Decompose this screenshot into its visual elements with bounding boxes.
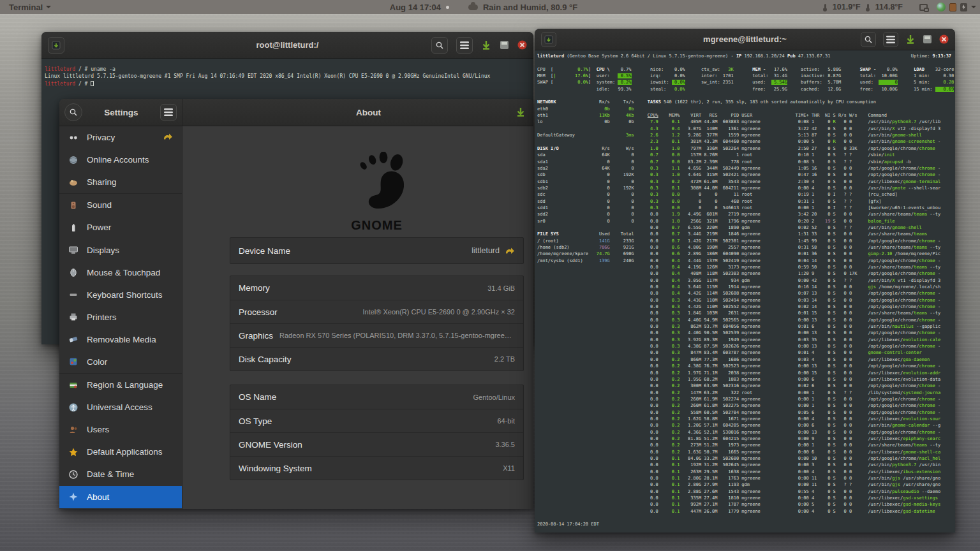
sidebar-item-label: Region & Language: [87, 380, 182, 390]
default-apps-icon: [68, 447, 78, 457]
terminal-window-glances: mgreene@littleturd:~ littleturd (Gentoo …: [535, 29, 955, 533]
clock[interactable]: Aug 14 17:04: [390, 3, 441, 12]
sidebar-item-mouse-touchpad[interactable]: Mouse & Touchpad: [59, 261, 182, 284]
weather-icon: [468, 4, 478, 10]
device-name-row[interactable]: Device Namelittleturd: [230, 238, 523, 263]
terminal1-window-icon[interactable]: [500, 40, 509, 50]
about-row: GNOME Version3.36.5: [230, 432, 523, 456]
sidebar-item-users[interactable]: Users: [59, 418, 182, 441]
sidebar-item-date-time[interactable]: Date & Time: [59, 463, 182, 485]
weather-text: Rain and Humid, 80.9 °F: [483, 3, 577, 12]
settings-headerbar[interactable]: Settings About: [59, 99, 533, 126]
redirect-arrow-icon: [163, 131, 173, 143]
settings-sidebar: PrivacyOnline AccountsSharingSoundPowerD…: [59, 126, 182, 509]
terminal2-window-icon[interactable]: [923, 34, 932, 44]
terminal2-content[interactable]: littleturd (Gentoo Base System 2.6 64bit…: [535, 50, 955, 533]
sidebar-item-label: Sharing: [87, 177, 182, 187]
users-icon: [68, 425, 78, 435]
top-bar: Terminal Aug 14 17:04 Rain and Humid, 80…: [0, 0, 980, 14]
terminal2-search-button[interactable]: [861, 32, 876, 47]
temp-2: 114.8°F: [875, 3, 903, 11]
about-row: ProcessorIntel® Xeon(R) CPU E5-2690 0 @ …: [230, 300, 523, 323]
settings-title: Settings: [82, 108, 160, 117]
sharing-icon: [68, 177, 78, 187]
sidebar-item-label: Users: [87, 425, 182, 434]
os-info-group: OS NameGentoo/LinuxOS Type64-bitGNOME Ve…: [230, 385, 524, 480]
thermometer-icon-2: [867, 4, 869, 11]
about-row: Windowing SystemX11: [230, 456, 523, 480]
terminal2-download-icon[interactable]: [905, 34, 916, 45]
sidebar-item-label: Power: [87, 223, 182, 232]
ups-icon[interactable]: [949, 3, 956, 11]
sidebar-item-online-accounts[interactable]: Online Accounts: [59, 149, 182, 171]
sidebar-item-universal-access[interactable]: Universal Access: [59, 396, 182, 418]
terminal1-menu-button[interactable]: [456, 37, 473, 54]
sidebar-item-label: Universal Access: [87, 402, 182, 412]
hardware-info-group: Memory31.4 GiBProcessorIntel® Xeon(R) CP…: [230, 276, 524, 371]
privacy-icon: [68, 133, 78, 143]
displays-icon: [68, 245, 78, 255]
device-name-group: Device Namelittleturd: [230, 237, 524, 264]
sidebar-item-removable-media[interactable]: Removable Media: [59, 328, 182, 351]
notification-dot: [446, 6, 449, 9]
about-row: OS NameGentoo/Linux: [230, 385, 523, 409]
terminal2-close-button[interactable]: [939, 34, 949, 44]
sidebar-item-label: Online Accounts: [87, 155, 182, 165]
gnome-logo: GNOME: [230, 152, 524, 233]
sidebar-item-privacy[interactable]: Privacy: [59, 126, 182, 149]
terminal2-titlebar[interactable]: mgreene@littleturd:~: [535, 29, 955, 50]
settings-page-title: About: [183, 108, 516, 117]
system-menu-caret[interactable]: [971, 6, 976, 8]
settings-window: Settings About PrivacyOnline AccountsSha…: [59, 99, 533, 509]
region-icon: [68, 380, 78, 390]
settings-about-panel: GNOME Device Namelittleturd Memory31.4 G…: [183, 126, 533, 509]
sidebar-item-label: Default Applications: [87, 447, 182, 457]
sidebar-item-power[interactable]: Power: [59, 216, 182, 239]
settings-search-button[interactable]: [64, 103, 82, 121]
sidebar-item-label: Displays: [87, 246, 182, 255]
terminal1-close-button[interactable]: [517, 40, 527, 50]
sidebar-item-sound[interactable]: Sound: [59, 194, 182, 216]
about-icon: [68, 492, 78, 502]
about-row: OS Type64-bit: [230, 409, 523, 432]
terminal1-download-icon[interactable]: [481, 40, 491, 50]
sidebar-item-label: Keyboard Shortcuts: [87, 290, 182, 300]
about-row: GraphicsRadeon RX 570 Series (POLARIS10,…: [230, 323, 523, 347]
sidebar-item-label: Color: [87, 357, 182, 367]
removable-media-icon: [68, 334, 78, 344]
temp-1: 101.9°F: [833, 3, 861, 11]
terminal1-search-button[interactable]: [431, 37, 448, 54]
sidebar-item-label: Removable Media: [87, 335, 182, 344]
sidebar-item-displays[interactable]: Displays: [59, 239, 182, 261]
network-globe-icon[interactable]: [937, 3, 946, 11]
keyboard-icon: [68, 290, 78, 300]
gnome-logo-text: GNOME: [230, 218, 524, 233]
printers-icon: [68, 312, 78, 322]
battery-icon[interactable]: [960, 3, 967, 11]
sidebar-item-label: Sound: [87, 200, 182, 210]
sidebar-item-default-applications[interactable]: Default Applications: [59, 441, 182, 463]
sidebar-item-label: About: [87, 492, 182, 502]
power-icon: [68, 223, 78, 233]
sidebar-item-printers[interactable]: Printers: [59, 306, 182, 328]
workspace-icon[interactable]: [919, 4, 928, 11]
sidebar-item-keyboard-shortcuts[interactable]: Keyboard Shortcuts: [59, 284, 182, 306]
sidebar-item-region-language[interactable]: Region & Language: [59, 374, 182, 396]
sidebar-item-sharing[interactable]: Sharing: [59, 171, 182, 193]
about-row: Disk Capacity2.2 TB: [230, 347, 523, 371]
sidebar-item-color[interactable]: Color: [59, 351, 182, 373]
thermometer-icon: [824, 4, 826, 11]
settings-menu-button[interactable]: [160, 104, 177, 121]
sidebar-item-label: Mouse & Touchpad: [87, 268, 182, 277]
color-icon: [68, 356, 78, 367]
datetime-icon: [68, 469, 78, 480]
sound-icon: [68, 200, 78, 210]
terminal1-titlebar[interactable]: root@littleturd:/: [41, 32, 533, 59]
sidebar-item-label: Date & Time: [87, 469, 182, 479]
about-row: Memory31.4 GiB: [230, 276, 523, 300]
mouse-icon: [68, 267, 78, 277]
terminal2-menu-button[interactable]: [883, 32, 898, 47]
sidebar-item-about[interactable]: About: [59, 486, 182, 508]
settings-download-icon[interactable]: [516, 107, 526, 117]
sidebar-item-label: Printers: [87, 312, 182, 322]
